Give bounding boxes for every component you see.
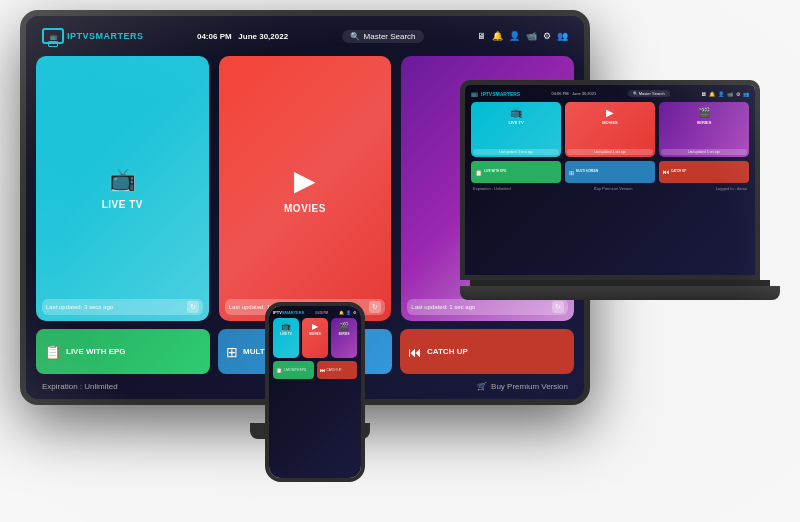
laptop-bell-icon[interactable]: 🔔 bbox=[709, 91, 715, 97]
logo-iptv: IPTV bbox=[67, 31, 89, 41]
phone-logo: IPTVSMARTERS bbox=[273, 310, 304, 315]
laptop-series-icon: 🎬 bbox=[698, 107, 710, 118]
multi-screen-icon: ⊞ bbox=[226, 344, 238, 360]
user-icon[interactable]: 👤 bbox=[509, 31, 520, 41]
laptop-catch-icon: ⏮ bbox=[663, 169, 669, 175]
tv-header: 📺 IPTVSMARTERS 04:06 PM June 30,2022 🔍 M… bbox=[36, 24, 574, 48]
laptop-logo-text: IPTVSMARTERS bbox=[481, 91, 520, 97]
settings-icon[interactable]: ⚙ bbox=[543, 31, 551, 41]
laptop-epg-icon: 📋 bbox=[475, 169, 482, 176]
screen-icon[interactable]: 🖥 bbox=[477, 31, 486, 41]
laptop-users-icon[interactable]: 👥 bbox=[743, 91, 749, 97]
phone-icon-3[interactable]: ⚙ bbox=[353, 310, 357, 315]
tv-logo: 📺 IPTVSMARTERS bbox=[42, 28, 144, 44]
laptop-multi-text: MULTI SCREEN bbox=[576, 170, 598, 174]
movies-icon: ▶ bbox=[294, 164, 316, 197]
laptop-livetv-title: LIVE TV bbox=[508, 120, 523, 125]
live-tv-card[interactable]: 📺 LIVE TV Last updated: 3 secs ago ↻ bbox=[36, 56, 209, 321]
phone-series-icon: 🎬 bbox=[339, 322, 349, 331]
movies-refresh[interactable]: ↻ bbox=[369, 301, 381, 313]
phone-livetv[interactable]: 📺 LIVE TV bbox=[273, 318, 299, 358]
live-tv-title: LIVE TV bbox=[102, 199, 143, 210]
laptop-icons: 🖥 🔔 👤 📹 ⚙ 👥 bbox=[701, 91, 749, 97]
laptop-buy: Buy Premium Version bbox=[594, 186, 632, 191]
search-icon: 🔍 bbox=[350, 32, 360, 41]
phone-screen: IPTVSMARTERS 04:06 PM 🔔 👤 ⚙ 📺 LIVE TV ▶ bbox=[269, 306, 361, 478]
phone-icons: 🔔 👤 ⚙ bbox=[339, 310, 357, 315]
laptop-multi-card[interactable]: ⊞ MULTI SCREEN bbox=[565, 161, 655, 183]
phone-series[interactable]: 🎬 SERIES bbox=[331, 318, 357, 358]
laptop-bottom-grid: 📋 LIVE WITH EPG ⊞ MULTI SCREEN ⏮ CATCH U… bbox=[471, 161, 749, 183]
laptop-series-update: Last updated: 1 sec ago bbox=[661, 149, 747, 155]
movies-card[interactable]: ▶ MOVIES Last updated: 1 sec ago ↻ bbox=[219, 56, 392, 321]
phone-epg-text: LIVE WITH EPG bbox=[284, 368, 306, 372]
laptop-livetv-icon: 📺 bbox=[510, 107, 522, 118]
laptop-video-icon[interactable]: 📹 bbox=[727, 91, 733, 97]
laptop-multi-icon: ⊞ bbox=[569, 169, 574, 176]
laptop-movies-card[interactable]: ▶ MOVIES Last updated: 1 sec ago bbox=[565, 102, 655, 157]
phone-icon-1[interactable]: 🔔 bbox=[339, 310, 344, 315]
laptop-catch-text: CATCH UP bbox=[671, 170, 686, 174]
tv-nav-icons: 🖥 🔔 👤 📹 ⚙ 👥 bbox=[477, 31, 568, 41]
phone-bottom-grid: 📋 LIVE WITH EPG ⏮ CATCH UP bbox=[273, 361, 357, 379]
phone-time: 04:06 PM bbox=[315, 311, 328, 315]
tv-time: 04:06 PM June 30,2022 bbox=[197, 32, 288, 41]
phone-livetv-icon: 📺 bbox=[281, 322, 291, 331]
laptop-settings-icon[interactable]: ⚙ bbox=[736, 91, 740, 97]
movies-title: MOVIES bbox=[284, 203, 326, 214]
laptop-movies-title: MOVIES bbox=[602, 120, 618, 125]
laptop-screen: 📺 IPTVSMARTERS 04:06 PM · June 30,2021 🔍… bbox=[465, 85, 755, 275]
phone-catch[interactable]: ⏮ CATCH UP bbox=[317, 361, 358, 379]
laptop-screen-icon[interactable]: 🖥 bbox=[701, 91, 706, 97]
logo-smarters: SMARTERS bbox=[89, 31, 144, 41]
live-tv-icon: 📺 bbox=[109, 167, 136, 193]
phone-movies-title: MOVIES bbox=[309, 332, 321, 336]
laptop-series-title: SERIES bbox=[697, 120, 712, 125]
catchup-icon: ⏮ bbox=[408, 344, 422, 360]
laptop-catch-card[interactable]: ⏮ CATCH UP bbox=[659, 161, 749, 183]
laptop-movies-icon: ▶ bbox=[606, 107, 614, 118]
phone-bezel: IPTVSMARTERS 04:06 PM 🔔 👤 ⚙ 📺 LIVE TV ▶ bbox=[265, 302, 365, 482]
tv-search-bar[interactable]: 🔍 Master Search bbox=[342, 30, 424, 43]
phone-series-title: SERIES bbox=[338, 332, 349, 336]
phone-epg-icon: 📋 bbox=[276, 367, 282, 373]
epg-icon: 📋 bbox=[44, 344, 61, 360]
tv-logo-icon: 📺 bbox=[42, 28, 64, 44]
epg-card[interactable]: 📋 LIVE WITH EPG bbox=[36, 329, 210, 374]
phone-device: IPTVSMARTERS 04:06 PM 🔔 👤 ⚙ 📺 LIVE TV ▶ bbox=[260, 302, 370, 492]
phone-livetv-title: LIVE TV bbox=[280, 332, 291, 336]
laptop-expiry: Expiration : Unlimited bbox=[473, 186, 511, 191]
laptop-time: 04:06 PM · June 30,2021 bbox=[552, 91, 597, 96]
laptop-screen-wrapper: 📺 IPTVSMARTERS 04:06 PM · June 30,2021 🔍… bbox=[460, 80, 760, 280]
phone-icon-2[interactable]: 👤 bbox=[346, 310, 351, 315]
laptop-device: 📺 IPTVSMARTERS 04:06 PM · June 30,2021 🔍… bbox=[460, 80, 780, 440]
laptop-header: 📺 IPTVSMARTERS 04:06 PM · June 30,2021 🔍… bbox=[471, 90, 749, 97]
live-tv-refresh[interactable]: ↻ bbox=[187, 301, 199, 313]
phone-main-grid: 📺 LIVE TV ▶ MOVIES 🎬 SERIES bbox=[273, 318, 357, 358]
phone-catch-text: CATCH UP bbox=[327, 368, 342, 372]
laptop-epg-card[interactable]: 📋 LIVE WITH EPG bbox=[471, 161, 561, 183]
laptop-footer: Expiration : Unlimited Buy Premium Versi… bbox=[471, 186, 749, 191]
laptop-epg-text: LIVE WITH EPG bbox=[484, 170, 506, 174]
laptop-series-card[interactable]: 🎬 SERIES Last updated: 1 sec ago bbox=[659, 102, 749, 157]
laptop-search[interactable]: 🔍 Master Search bbox=[628, 90, 670, 97]
laptop-livetv-card[interactable]: 📺 LIVE TV Last updated: 3 secs ago bbox=[471, 102, 561, 157]
users-icon[interactable]: 👥 bbox=[557, 31, 568, 41]
epg-label: LIVE WITH EPG bbox=[66, 347, 126, 357]
phone-catch-icon: ⏮ bbox=[320, 367, 325, 373]
laptop-livetv-update: Last updated: 3 secs ago bbox=[473, 149, 559, 155]
phone-epg[interactable]: 📋 LIVE WITH EPG bbox=[273, 361, 314, 379]
phone-header: IPTVSMARTERS 04:06 PM 🔔 👤 ⚙ bbox=[273, 310, 357, 315]
live-tv-update: Last updated: 3 secs ago ↻ bbox=[42, 299, 203, 315]
laptop-user-icon[interactable]: 👤 bbox=[718, 91, 724, 97]
laptop-logo-area: 📺 IPTVSMARTERS bbox=[471, 90, 520, 97]
laptop-logged: Logged In : demo bbox=[716, 186, 747, 191]
phone-movies-icon: ▶ bbox=[312, 322, 318, 331]
scene: 📺 IPTVSMARTERS 04:06 PM June 30,2022 🔍 M… bbox=[0, 0, 800, 522]
phone-movies[interactable]: ▶ MOVIES bbox=[302, 318, 328, 358]
expiry-text: Expiration : Unlimited bbox=[42, 382, 118, 391]
laptop-base bbox=[460, 286, 780, 300]
bell-icon[interactable]: 🔔 bbox=[492, 31, 503, 41]
video-icon[interactable]: 📹 bbox=[526, 31, 537, 41]
tv-logo-text: IPTVSMARTERS bbox=[67, 31, 144, 41]
